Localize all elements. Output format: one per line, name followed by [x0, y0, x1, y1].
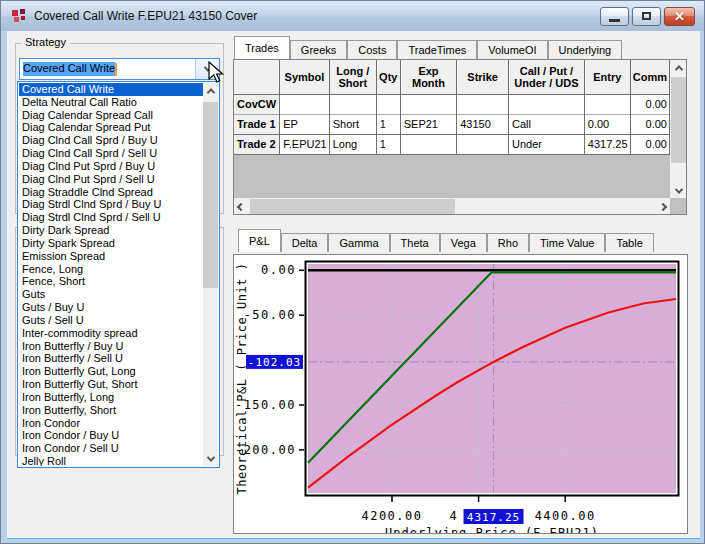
grid-cell[interactable] — [400, 94, 457, 114]
grid-cell[interactable]: Short — [329, 114, 376, 134]
tab-delta[interactable]: Delta — [281, 233, 329, 252]
strategy-option[interactable]: Diag Clnd Call Sprd / Buy U — [19, 134, 203, 147]
strategy-option[interactable]: Diag Calendar Spread Put — [19, 121, 203, 134]
chevron-left-icon — [237, 203, 245, 211]
strategy-option[interactable]: Diag Clnd Put Sprd / Buy U — [19, 160, 203, 173]
titlebar[interactable]: Covered Call Write F.EPU21 43150 Cover ✕ — [1, 1, 704, 31]
tab-volumeoi[interactable]: VolumeOI — [477, 40, 547, 59]
tab-underlying[interactable]: Underlying — [548, 40, 623, 59]
strategy-option[interactable]: Dirty Spark Spread — [19, 237, 203, 250]
tab-table[interactable]: Table — [605, 233, 653, 252]
grid-cell[interactable]: 0.00 — [630, 114, 669, 134]
strategy-option[interactable]: Dirty Dark Spread — [19, 224, 203, 237]
grid-cell[interactable]: EP — [280, 114, 329, 134]
strategy-option[interactable]: Fence, Long — [19, 263, 203, 276]
scroll-down-button[interactable] — [203, 451, 218, 466]
close-button[interactable]: ✕ — [664, 7, 695, 26]
grid-cell[interactable] — [584, 94, 630, 114]
strategy-option[interactable]: Diag Strdl Clnd Sprd / Sell U — [19, 211, 203, 224]
strategy-option[interactable]: Covered Call Write — [19, 83, 203, 96]
tab-tradetimes[interactable]: TradeTimes — [397, 40, 477, 59]
strategy-option[interactable]: Iron Butterfly, Short — [19, 404, 203, 417]
strategy-option[interactable]: Iron Butterfly / Sell U — [19, 352, 203, 365]
list-scrollbar[interactable] — [203, 83, 218, 466]
tab-gamma[interactable]: Gamma — [328, 233, 389, 252]
grid-cell[interactable] — [400, 134, 457, 154]
maximize-icon — [642, 12, 651, 20]
grid-row-header: CovCW — [234, 94, 280, 114]
grid-cell[interactable]: 0.00 — [630, 94, 669, 114]
scroll-up-button[interactable] — [203, 83, 218, 98]
minimize-button[interactable] — [600, 7, 629, 26]
grid-cell[interactable]: 0.00 — [584, 114, 630, 134]
grid-row-header: Trade 2 — [234, 134, 280, 154]
grid-cell[interactable]: SEP21 — [400, 114, 457, 134]
grid-cell[interactable]: F.EPU21 — [280, 134, 329, 154]
tab-theta[interactable]: Theta — [390, 233, 440, 252]
grid-cell[interactable] — [376, 94, 400, 114]
strategy-option[interactable]: Iron Butterfly Gut, Long — [19, 365, 203, 378]
grid-hscrollbar-thumb[interactable] — [250, 199, 455, 215]
tab-time-value[interactable]: Time Value — [529, 233, 605, 252]
strategy-option[interactable]: Guts / Sell U — [19, 314, 203, 327]
strategy-option[interactable]: Iron Butterfly, Long — [19, 391, 203, 404]
grid-row: Trade 2F.EPU21Long1Under4317.250.00 — [234, 134, 670, 154]
grid-cell[interactable] — [457, 94, 509, 114]
grid-scroll-down-button[interactable] — [670, 183, 687, 198]
tab-costs[interactable]: Costs — [347, 40, 397, 59]
tab-rho[interactable]: Rho — [487, 233, 529, 252]
svg-text:-50.00: -50.00 — [244, 308, 296, 322]
grid-cell[interactable]: Call — [509, 114, 585, 134]
strategy-option[interactable]: Diag Clnd Put Sprd / Sell U — [19, 173, 203, 186]
grid-row: Trade 1EPShort1SEP2143150Call0.000.00 — [234, 114, 670, 134]
strategy-option[interactable]: Diag Straddle Clnd Spread — [19, 186, 203, 199]
grid-vscrollbar[interactable] — [670, 60, 687, 198]
tab-trades[interactable]: Trades — [234, 36, 290, 59]
tab-greeks[interactable]: Greeks — [290, 40, 347, 59]
strategy-option[interactable]: Iron Condor — [19, 417, 203, 430]
strategy-option[interactable]: Delta Neutral Call Ratio — [19, 96, 203, 109]
chevron-right-icon — [659, 203, 667, 211]
strategy-dropdown-list[interactable]: Covered Call WriteDelta Neutral Call Rat… — [17, 81, 220, 468]
strategy-option[interactable]: Inter-commodity spread — [19, 327, 203, 340]
strategy-option[interactable]: Jelly Roll — [19, 455, 203, 466]
grid-cell[interactable]: Under — [509, 134, 585, 154]
client-area: Strategy Covered Call Write Covered Call… — [7, 31, 700, 539]
pnl-chart[interactable]: 0.00-50.00-150.00-200.004200.0044400.00-… — [234, 255, 687, 533]
strategy-option[interactable]: Emission Spread — [19, 250, 203, 263]
strategy-option[interactable]: Diag Clnd Call Sprd / Sell U — [19, 147, 203, 160]
grid-cell[interactable]: 43150 — [457, 114, 509, 134]
maximize-button[interactable] — [632, 7, 661, 26]
grid-vscrollbar-thumb[interactable] — [671, 77, 687, 163]
strategy-option[interactable]: Iron Condor / Buy U — [19, 429, 203, 442]
strategy-option[interactable]: Iron Butterfly Gut, Short — [19, 378, 203, 391]
grid-scroll-right-button[interactable] — [656, 198, 670, 215]
grid-cell[interactable] — [509, 94, 585, 114]
grid-cell[interactable]: 4317.25 — [584, 134, 630, 154]
strategy-option[interactable]: Guts / Buy U — [19, 301, 203, 314]
strategy-group-label: Strategy — [21, 36, 70, 48]
strategy-option[interactable]: Diag Calendar Spread Call — [19, 109, 203, 122]
tab-p-l[interactable]: P&L — [238, 229, 281, 252]
grid-header-cell: Long / Short — [329, 60, 376, 94]
tab-vega[interactable]: Vega — [440, 233, 487, 252]
strategy-combobox[interactable]: Covered Call Write — [19, 58, 220, 80]
strategy-option[interactable]: Fence, Short — [19, 275, 203, 288]
grid-scroll-left-button[interactable] — [234, 198, 248, 215]
grid-cell[interactable]: 0.00 — [630, 134, 669, 154]
grid-cell[interactable] — [457, 134, 509, 154]
list-scrollbar-thumb[interactable] — [203, 102, 218, 288]
grid-header-cell — [234, 60, 280, 94]
strategy-option[interactable]: Iron Condor / Sell U — [19, 442, 203, 455]
grid-cell[interactable]: 1 — [376, 134, 400, 154]
strategy-option[interactable]: Guts — [19, 288, 203, 301]
grid-hscrollbar[interactable] — [234, 198, 670, 215]
grid-scroll-up-button[interactable] — [670, 60, 687, 75]
grid-cell[interactable] — [329, 94, 376, 114]
strategy-option[interactable]: Iron Butterfly / Buy U — [19, 340, 203, 353]
grid-cell[interactable]: Long — [329, 134, 376, 154]
grid-cell[interactable] — [280, 94, 329, 114]
grid-cell[interactable]: 1 — [376, 114, 400, 134]
strategy-option[interactable]: Diag Strdl Clnd Sprd / Buy U — [19, 198, 203, 211]
text-caret — [115, 63, 117, 76]
